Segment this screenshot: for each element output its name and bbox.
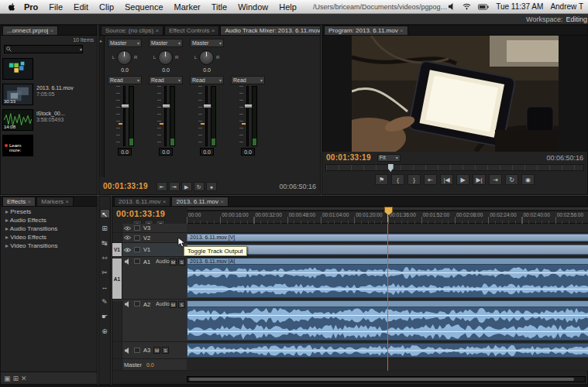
track-output-assign-dropdown[interactable]: Master▾ [149, 39, 183, 47]
timeline-tracks-area[interactable]: 2013. 6.11.mov [V] 2013. 6.11.mov [V] 20… [187, 224, 588, 371]
sequence-tab[interactable]: 2013. 6.11.mov [114, 197, 170, 206]
effects-bin[interactable]: Video Transitions [1, 241, 97, 250]
clip-thumbnail[interactable] [2, 58, 33, 80]
mixer-timecode[interactable]: 00:01:33:19 [103, 182, 148, 190]
volume-fader[interactable] [198, 86, 216, 146]
source-patch[interactable] [112, 301, 122, 341]
level-value[interactable]: 0.0 [200, 148, 214, 156]
volume-icon[interactable] [449, 3, 456, 10]
menu-item[interactable]: Window [232, 2, 273, 12]
list-item[interactable]: 30:33 2013. 6.11.mov7:05:05 [2, 84, 95, 105]
workspace-value[interactable]: Editing [566, 15, 587, 23]
solo-button[interactable]: S [178, 259, 185, 265]
selection-tool-icon[interactable]: ↖ [100, 209, 110, 218]
menu-item[interactable]: Sequence [119, 2, 169, 12]
zoom-tool-icon[interactable]: ⊕ [100, 327, 110, 336]
menu-item[interactable]: Title [206, 2, 232, 12]
program-timecode[interactable]: 00:01:33:19 [326, 153, 371, 162]
project-search[interactable]: ▾ [4, 45, 83, 53]
solo-button[interactable]: S [178, 301, 185, 308]
pan-knob[interactable] [158, 50, 173, 65]
track-select-tool-icon[interactable]: ⊞ [100, 224, 110, 233]
effects-bin[interactable]: Video Effects [1, 233, 97, 241]
lock-track-icon[interactable] [134, 259, 140, 264]
ripple-edit-tool-icon[interactable]: ↹ [100, 238, 110, 248]
wifi-icon[interactable] [462, 3, 471, 10]
level-value[interactable]: 0.0 [241, 148, 255, 156]
playhead-line[interactable] [387, 224, 388, 371]
track-header-a3[interactable]: A3 M S [112, 342, 187, 359]
mixer-show-effects-rail[interactable] [99, 36, 105, 177]
go-to-in-icon[interactable]: ⇤ [424, 174, 437, 185]
panel-tab[interactable]: Audio Track Mixer: 2013. 6.11.mov [220, 26, 320, 35]
hand-tool-icon[interactable]: ☛ [100, 312, 110, 321]
track-header-a2[interactable]: A2 Audio 2 M S [112, 300, 187, 342]
source-patch[interactable] [112, 233, 122, 242]
delete-icon[interactable]: ✕ [21, 375, 27, 382]
source-patch[interactable]: A1 [112, 259, 122, 299]
effects-bin[interactable]: Presets [1, 207, 97, 216]
apple-menu-icon[interactable] [8, 2, 15, 12]
source-patch[interactable] [112, 342, 122, 358]
clip-name[interactable]: 2013. 6.11.mov [36, 85, 74, 91]
source-patch[interactable] [112, 224, 122, 232]
mark-out-icon[interactable]: } [407, 174, 421, 185]
program-scrubber[interactable] [325, 164, 584, 171]
panel-tab[interactable]: Effects [2, 197, 36, 206]
fader-handle[interactable] [121, 104, 129, 108]
menu-item[interactable]: Help [273, 2, 302, 12]
loop-icon[interactable]: ↻ [194, 182, 205, 191]
video-preview[interactable] [322, 36, 587, 152]
timeline-timecode[interactable]: 00:01:33:19 [116, 209, 165, 218]
toggle-track-output-icon[interactable] [122, 348, 132, 354]
automation-mode-dropdown[interactable]: Read▾ [149, 76, 183, 84]
track-name[interactable]: Audio 2 [156, 301, 170, 307]
toggle-track-output-icon[interactable] [122, 226, 132, 231]
toggle-track-output-icon[interactable] [122, 235, 132, 240]
battery-icon[interactable] [478, 4, 489, 10]
new-folder-icon[interactable]: ⊞ [13, 375, 19, 382]
ad-banner[interactable]: Learn more: [2, 135, 33, 156]
pen-tool-icon[interactable]: ✎ [100, 297, 110, 307]
solo-button[interactable]: S [162, 347, 169, 354]
track-header-v1[interactable]: V1 V1 [112, 243, 187, 257]
lock-track-icon[interactable] [134, 301, 140, 307]
menu-item[interactable]: File [43, 2, 68, 12]
master-fader[interactable] [239, 86, 257, 146]
playhead-grip[interactable] [384, 207, 391, 222]
rate-stretch-tool-icon[interactable]: ⇿ [100, 253, 110, 262]
menu-item[interactable]: Clip [94, 2, 119, 12]
sequence-tab[interactable]: 2013. 6.11.mov [171, 197, 228, 206]
razor-tool-icon[interactable]: ✂ [100, 268, 110, 277]
track-header-a1[interactable]: A1 A1 Audio 1 M S [112, 257, 187, 300]
step-back-icon[interactable]: |◀ [440, 174, 453, 185]
automation-mode-dropdown[interactable]: Read▾ [231, 76, 265, 84]
pan-knob[interactable] [117, 50, 132, 65]
scrollbar-thumb[interactable] [189, 378, 574, 381]
toggle-track-output-icon[interactable] [122, 259, 132, 265]
effects-bin[interactable]: Audio Transitions [1, 224, 97, 233]
lock-track-icon[interactable] [134, 247, 140, 252]
project-tab[interactable]: ...onnect.prproj [2, 26, 58, 35]
fader-handle[interactable] [203, 104, 211, 108]
lock-track-icon[interactable] [134, 348, 140, 353]
fader-handle[interactable] [244, 104, 253, 108]
slip-tool-icon[interactable]: ↔ [100, 283, 110, 292]
mark-in-icon[interactable]: { [391, 174, 404, 185]
search-filter-arrow-icon[interactable]: ▾ [80, 46, 82, 52]
horizontal-scrollbar[interactable] [187, 376, 586, 382]
loop-icon[interactable]: ↻ [505, 174, 518, 185]
panel-tab[interactable]: Source: (no clips) [101, 26, 163, 35]
add-marker-icon[interactable]: ⚑ [375, 174, 388, 185]
play-icon[interactable]: ▶ [181, 182, 192, 191]
panel-tab[interactable]: Effect Controls [164, 26, 219, 35]
clip-thumbnail[interactable]: 30:33 [2, 84, 33, 105]
effects-bin[interactable]: Audio Effects [1, 216, 97, 224]
mute-button[interactable]: M [153, 347, 160, 354]
program-tab[interactable]: Program: 2013. 6.11.mov [324, 26, 408, 35]
mute-button[interactable]: M [170, 301, 177, 308]
user-menu[interactable]: Andrew T [550, 2, 583, 11]
lock-track-icon[interactable] [134, 225, 140, 231]
toggle-track-output-icon[interactable] [122, 248, 132, 252]
menu-item[interactable]: Edit [68, 2, 94, 12]
